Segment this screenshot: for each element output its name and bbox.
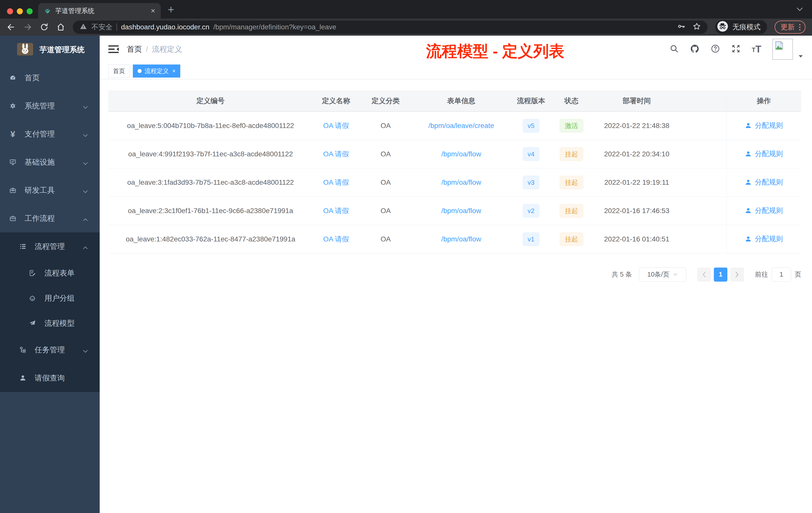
fullscreen-icon[interactable]: [731, 44, 741, 55]
chevron-down-icon: [82, 131, 89, 140]
browser-update-menu[interactable]: 更新: [775, 21, 806, 34]
sidebar-item-system[interactable]: 系统管理: [0, 92, 100, 120]
chevron-up-icon: [82, 244, 89, 252]
sidebar-item-process-form[interactable]: 流程表单: [0, 261, 100, 285]
user-avatar-broken-image[interactable]: [772, 39, 793, 60]
sidebar-item-process-management[interactable]: 流程管理: [0, 233, 100, 261]
favicon-plant-icon: [44, 6, 51, 15]
tag-home[interactable]: 首页: [108, 64, 130, 78]
next-page-button[interactable]: [730, 268, 744, 281]
definition-name-link[interactable]: OA 请假: [323, 150, 349, 158]
assign-rule-link[interactable]: 分配规则: [745, 121, 783, 130]
page-size-select[interactable]: 10条/页: [639, 268, 686, 281]
back-icon[interactable]: [6, 23, 16, 32]
sidebar-item-workflow[interactable]: 工作流程: [0, 204, 100, 233]
maximize-window-button[interactable]: [27, 8, 33, 14]
tab-title: 芋道管理系统: [55, 6, 147, 15]
assign-rule-link[interactable]: 分配规则: [745, 177, 783, 187]
goto-unit-label: 页: [795, 270, 801, 279]
goto-page-input[interactable]: [772, 268, 791, 281]
sidebar-item-process-model[interactable]: 流程模型: [0, 311, 100, 336]
status-tag: 挂起: [560, 176, 583, 189]
font-size-icon[interactable]: TT: [752, 45, 761, 54]
close-tab-icon[interactable]: ×: [151, 7, 155, 14]
url-bar[interactable]: 不安全 dashboard.yudao.iocoder.cn/bpm/manag…: [73, 21, 707, 34]
sidebar-item-payment[interactable]: ¥ 支付管理: [0, 120, 100, 148]
logo-avatar: [17, 43, 33, 57]
deploy-time: 2022-01-22 19:19:11: [604, 178, 669, 186]
form-edit-icon: [29, 269, 36, 277]
page-number-1[interactable]: 1: [714, 268, 727, 281]
pagination: 共 5 条 10条/页 1 前往 页: [108, 268, 801, 281]
security-label[interactable]: 不安全: [91, 22, 113, 32]
tab-search-caret-icon[interactable]: [796, 6, 804, 13]
deploy-time: 2022-01-22 20:34:10: [604, 150, 669, 158]
forward-icon[interactable]: [23, 23, 32, 32]
chevron-up-icon: [82, 216, 89, 224]
assign-rule-link[interactable]: 分配规则: [745, 234, 783, 244]
definition-name-link[interactable]: OA 请假: [323, 122, 349, 129]
breadcrumb-home[interactable]: 首页: [127, 44, 142, 55]
main-panel: 流程模型 - 定义列表 首页 / 流程定义: [100, 36, 812, 513]
assign-rule-link[interactable]: 分配规则: [745, 149, 783, 159]
monitor-icon: [9, 158, 16, 167]
search-icon[interactable]: [669, 44, 679, 55]
close-tag-icon[interactable]: ×: [172, 68, 175, 74]
assign-rule-label: 分配规则: [755, 177, 783, 187]
sidebar-item-label: 首页: [25, 73, 40, 83]
definition-id: oa_leave:2:3c1f0ef1-76b1-11ec-9c66-a2380…: [128, 207, 293, 215]
new-tab-button[interactable]: +: [168, 5, 174, 14]
table-gutter-cell: [682, 225, 726, 253]
sidebar-item-infrastructure[interactable]: 基础设施: [0, 148, 100, 176]
sidebar-item-home[interactable]: 首页: [0, 64, 100, 92]
form-info-link[interactable]: /bpm/oa/flow: [441, 150, 481, 158]
avatar-caret-down-icon[interactable]: [798, 54, 804, 59]
app-logo: 芋道管理系统: [0, 36, 100, 64]
incognito-icon: [717, 21, 728, 34]
person-icon: [745, 122, 752, 129]
home-icon[interactable]: [56, 23, 65, 32]
workflow-submenu: 流程管理 流程表单 用户分组: [0, 233, 100, 392]
security-warning-icon[interactable]: [79, 22, 87, 32]
kebab-menu-icon[interactable]: [799, 24, 801, 30]
definition-category: OA: [381, 178, 391, 186]
sidebar-item-label: 用户分组: [45, 293, 75, 303]
sidebar-toggle-hamburger-icon[interactable]: [108, 45, 119, 54]
browser-tab[interactable]: 芋道管理系统 ×: [38, 3, 161, 19]
person-icon: [745, 235, 752, 242]
yen-icon: ¥: [9, 129, 16, 139]
password-key-icon[interactable]: [677, 22, 686, 32]
help-icon[interactable]: [710, 44, 720, 55]
assign-rule-link[interactable]: 分配规则: [745, 206, 783, 215]
table-header-row: 定义编号 定义名称 定义分类 表单信息 流程版本 状态 部署时间 操作: [108, 90, 801, 112]
definition-name-link[interactable]: OA 请假: [323, 235, 349, 243]
person-icon: [745, 207, 752, 214]
form-info-link[interactable]: /bpm/oa/flow: [441, 235, 481, 243]
list-icon: [19, 242, 26, 251]
sidebar-item-dev-tools[interactable]: 研发工具: [0, 176, 100, 204]
table-row: oa_leave:1:482ec033-762a-11ec-8477-a2380…: [108, 225, 801, 253]
prev-page-button[interactable]: [697, 268, 711, 281]
sidebar-item-user-group[interactable]: 用户分组: [0, 285, 100, 311]
sidebar-item-task-management[interactable]: 任务管理: [0, 336, 100, 364]
column-definition-id: 定义编号: [108, 90, 313, 112]
chevron-down-icon: [82, 187, 89, 196]
github-icon[interactable]: [690, 44, 699, 55]
definition-name-link[interactable]: OA 请假: [323, 178, 349, 186]
definition-name-link[interactable]: OA 请假: [323, 207, 349, 215]
column-status: 状态: [552, 90, 591, 112]
tag-process-definition[interactable]: 流程定义 ×: [133, 64, 180, 78]
close-window-button[interactable]: [7, 8, 13, 14]
browser-window: 芋道管理系统 × + 不安全 dashboard.yudao.iocoder.c…: [0, 0, 812, 513]
reload-icon[interactable]: [40, 23, 49, 32]
deploy-time: 2022-01-16 17:46:53: [604, 207, 669, 215]
bookmark-star-icon[interactable]: [693, 22, 701, 32]
window-controls[interactable]: [7, 8, 33, 14]
sidebar-item-leave-query[interactable]: 请假查询: [0, 364, 100, 392]
minimize-window-button[interactable]: [17, 8, 23, 14]
sidebar-item-label: 任务管理: [35, 345, 65, 355]
form-info-link[interactable]: /bpm/oa/leave/create: [428, 122, 494, 129]
form-info-link[interactable]: /bpm/oa/flow: [441, 178, 481, 186]
form-info-link[interactable]: /bpm/oa/flow: [441, 207, 481, 215]
update-label[interactable]: 更新: [781, 22, 795, 32]
